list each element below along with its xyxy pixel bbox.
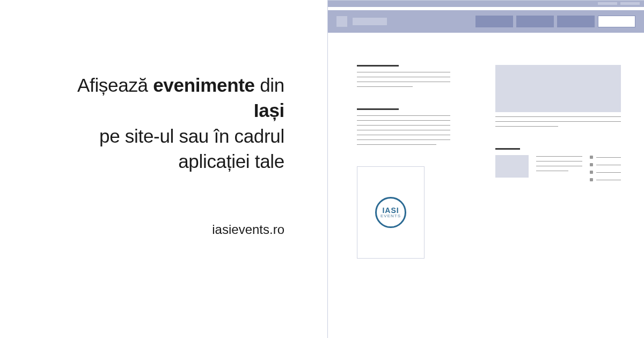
- text-line: [495, 116, 621, 117]
- headline-bold-city: Iași: [254, 100, 284, 121]
- heading-placeholder: [357, 108, 399, 110]
- nav-tab: [516, 16, 554, 27]
- text-line: [536, 156, 582, 157]
- bullet-item: [590, 156, 621, 159]
- headline-part2: din: [255, 75, 284, 95]
- bullet-icon: [590, 163, 593, 166]
- bullet-text: [596, 172, 621, 173]
- mockup-navbar: [328, 10, 644, 33]
- nav-tab: [475, 16, 513, 27]
- text-line: [357, 77, 450, 77]
- text-line: [357, 139, 450, 140]
- logo-text-bottom: EVENTS: [380, 214, 401, 218]
- iasi-events-logo: IASI EVENTS: [375, 197, 406, 228]
- mockup-topbar: [328, 1, 644, 7]
- text-line: [357, 144, 436, 145]
- text-line: [357, 130, 450, 130]
- logo-text-top: IASI: [382, 207, 399, 214]
- topbar-pill: [598, 2, 617, 5]
- bullet-icon: [590, 171, 593, 174]
- nav-tab: [557, 16, 595, 27]
- nav-logo-placeholder: [336, 16, 347, 27]
- nav-brand-placeholder: [353, 18, 387, 25]
- text-line: [357, 86, 413, 87]
- text-line: [536, 171, 568, 171]
- embed-widget: IASI EVENTS: [357, 166, 425, 259]
- bullet-text: [596, 180, 621, 180]
- nav-brand-area: [336, 16, 387, 27]
- text-line: [495, 121, 621, 122]
- topbar-pill: [620, 2, 640, 5]
- headline-line2: pe site-ul sau în cadrul: [99, 126, 284, 146]
- text-line: [357, 72, 450, 72]
- text-line: [536, 161, 582, 161]
- text-line: [357, 135, 450, 135]
- text-line: [357, 125, 450, 126]
- text-line: [357, 115, 450, 116]
- site-url: iasievents.ro: [51, 222, 284, 237]
- mockup-left-column: IASI EVENTS: [357, 65, 450, 259]
- text-line: [357, 82, 450, 82]
- heading-placeholder: [357, 65, 399, 67]
- image-placeholder: [495, 65, 621, 112]
- headline: Afișează evenimente din Iași pe site-ul …: [51, 72, 284, 174]
- bullet-item: [590, 171, 621, 174]
- bullet-item: [590, 178, 621, 181]
- mockup-content: IASI EVENTS: [328, 33, 644, 259]
- nav-tabs: [475, 16, 635, 27]
- heading-placeholder: [495, 148, 520, 150]
- side-row: [495, 148, 621, 181]
- mockup-right-column: [495, 65, 621, 259]
- bullet-icon: [590, 178, 593, 181]
- text-line: [357, 120, 450, 121]
- bullet-text: [596, 157, 621, 158]
- nav-tab-active: [598, 16, 635, 27]
- website-mockup: IASI EVENTS: [327, 0, 644, 338]
- headline-part1: Afișează: [77, 75, 153, 95]
- text-line: [495, 126, 558, 127]
- bullet-list: [590, 156, 621, 181]
- mini-text: [536, 155, 582, 175]
- bullet-item: [590, 163, 621, 166]
- headline-line3: aplicației tale: [178, 151, 284, 172]
- headline-bold-events: evenimente: [153, 75, 255, 95]
- featured-block: [495, 65, 621, 127]
- promo-text-panel: Afișează evenimente din Iași pe site-ul …: [0, 0, 306, 237]
- side-article: [495, 148, 582, 178]
- article-block: [357, 65, 450, 87]
- article-block: [357, 108, 450, 145]
- image-placeholder: [495, 155, 529, 178]
- bullet-text: [596, 165, 621, 165]
- bullet-icon: [590, 156, 593, 159]
- text-line: [536, 166, 582, 166]
